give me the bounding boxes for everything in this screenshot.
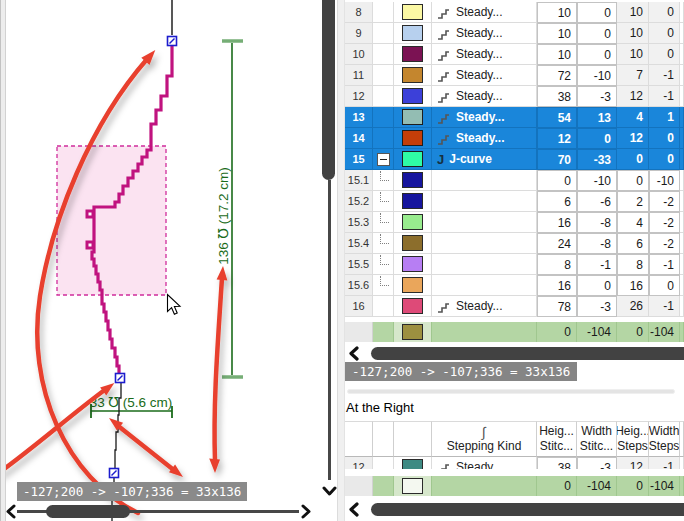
scroll-right-arrow-icon[interactable] <box>299 504 313 519</box>
width-steps-cell[interactable]: -2 <box>649 212 680 233</box>
stepping-kind-cell[interactable]: Steady... <box>432 23 537 44</box>
height-steps-cell[interactable]: 10 <box>617 2 649 23</box>
table-row[interactable]: 15.6160160 <box>345 275 684 296</box>
table-row[interactable]: 12Steady...38-312-1 <box>345 86 684 107</box>
color-cell[interactable] <box>394 65 432 86</box>
shape-canvas[interactable]: 136 ℧ (17.2 cm) 33 ℧ (5.6 cm) <box>0 0 337 521</box>
scroll-left-arrow-icon[interactable] <box>347 502 361 517</box>
header-width-stitches[interactable]: WidthStitc... <box>577 421 617 457</box>
header-height-steps[interactable]: Heig...Steps <box>617 421 649 457</box>
table-horizontal-scrollbar[interactable] <box>345 346 684 362</box>
header-swatch[interactable] <box>394 421 432 457</box>
width-stitches-cell[interactable]: -6 <box>577 191 617 212</box>
height-steps-cell[interactable]: 4 <box>617 212 649 233</box>
color-cell[interactable] <box>394 128 432 149</box>
height-steps-cell[interactable]: 26 <box>617 296 649 317</box>
height-stitches-cell[interactable]: 10 <box>537 44 577 65</box>
width-steps-cell[interactable]: 0 <box>649 128 680 149</box>
table-row[interactable]: 15JJ-curve70-3300 <box>345 149 684 170</box>
width-steps-cell[interactable]: 1 <box>649 107 680 128</box>
width-steps-cell[interactable]: 0 <box>649 275 680 296</box>
height-stitches-cell[interactable]: 8 <box>537 254 577 275</box>
section-splitter-handle[interactable] <box>347 389 675 394</box>
table-row[interactable]: 16Steady...78-326-1 <box>345 296 684 317</box>
height-stitches-cell[interactable]: 72 <box>537 65 577 86</box>
stepping-kind-cell[interactable]: Steady... <box>432 44 537 65</box>
width-stitches-cell[interactable]: 0 <box>577 44 617 65</box>
stepping-kind-cell[interactable] <box>432 191 537 212</box>
height-stitches-cell[interactable]: 16 <box>537 275 577 296</box>
height-steps-cell[interactable]: 0 <box>617 149 649 170</box>
table-row[interactable]: 13Steady...541341 <box>345 107 684 128</box>
stepping-kind-cell[interactable]: Steady... <box>432 457 537 469</box>
table-row[interactable]: 12Steady...38-312-1 <box>345 457 684 469</box>
height-steps-cell[interactable]: 12 <box>617 457 649 469</box>
height-stitches-cell[interactable]: 70 <box>537 149 577 170</box>
stepping-kind-cell[interactable] <box>432 212 537 233</box>
width-stitches-cell[interactable]: 0 <box>577 128 617 149</box>
width-stitches-cell[interactable]: -8 <box>577 233 617 254</box>
height-stitches-cell[interactable]: 0 <box>537 170 577 191</box>
color-cell[interactable] <box>394 457 432 469</box>
height-stitches-cell[interactable]: 16 <box>537 212 577 233</box>
color-cell[interactable] <box>394 322 432 342</box>
height-stitches-cell[interactable]: 10 <box>537 2 577 23</box>
canvas-vertical-scrollbar[interactable] <box>321 0 337 521</box>
color-cell[interactable] <box>394 2 432 23</box>
stitch-table[interactable]: 8Steady...1001009Steady...10010010Steady… <box>345 2 684 317</box>
right-table-horizontal-scrollbar[interactable] <box>345 502 684 518</box>
header-stepping-kind[interactable]: ∫ Stepping Kind <box>432 421 537 457</box>
width-stitches-cell[interactable]: -10 <box>577 170 617 191</box>
stepping-kind-cell[interactable]: Steady... <box>432 65 537 86</box>
table-row[interactable]: 10Steady...100100 <box>345 44 684 65</box>
hscroll-thumb[interactable] <box>371 503 684 516</box>
canvas-horizontal-scrollbar[interactable] <box>2 503 320 520</box>
header-height-stitches[interactable]: Heig...Stitc... <box>537 421 577 457</box>
height-steps-cell[interactable]: 4 <box>617 107 649 128</box>
height-steps-cell[interactable]: 0 <box>617 170 649 191</box>
width-steps-cell[interactable]: 0 <box>649 23 680 44</box>
height-stitches-cell[interactable]: 38 <box>537 86 577 107</box>
color-cell[interactable] <box>394 191 432 212</box>
color-cell[interactable] <box>394 254 432 275</box>
width-stitches-cell[interactable]: -3 <box>577 296 617 317</box>
width-stitches-cell[interactable]: 0 <box>577 2 617 23</box>
scroll-left-arrow-icon[interactable] <box>4 504 18 519</box>
table-row[interactable]: 11Steady...72-107-1 <box>345 65 684 86</box>
width-stitches-cell[interactable]: -1 <box>577 254 617 275</box>
table-row[interactable]: 8Steady...100100 <box>345 2 684 23</box>
height-stitches-cell[interactable]: 24 <box>537 233 577 254</box>
width-steps-cell[interactable]: 0 <box>649 149 680 170</box>
table-row[interactable]: 14Steady...120120 <box>345 128 684 149</box>
table-row[interactable]: 15.10-100-10 <box>345 170 684 191</box>
width-stitches-cell[interactable]: 0 <box>577 275 617 296</box>
height-steps-cell[interactable]: 10 <box>617 44 649 65</box>
height-steps-cell[interactable]: 7 <box>617 65 649 86</box>
color-cell[interactable] <box>394 275 432 296</box>
vscroll-track[interactable] <box>328 180 331 480</box>
height-stitches-cell[interactable]: 10 <box>537 23 577 44</box>
width-steps-cell[interactable]: -1 <box>649 86 680 107</box>
height-steps-cell[interactable]: 12 <box>617 128 649 149</box>
width-steps-cell[interactable]: -1 <box>649 65 680 86</box>
stepping-kind-cell[interactable]: Steady... <box>432 296 537 317</box>
width-stitches-cell[interactable]: -3 <box>577 457 617 469</box>
color-cell[interactable] <box>394 86 432 107</box>
height-steps-cell[interactable]: 12 <box>617 86 649 107</box>
collapse-toggle-icon[interactable] <box>377 153 390 166</box>
width-stitches-cell[interactable]: 13 <box>577 107 617 128</box>
color-cell[interactable] <box>394 149 432 170</box>
width-steps-cell[interactable]: 0 <box>649 44 680 65</box>
height-steps-cell[interactable]: 10 <box>617 23 649 44</box>
scroll-left-arrow-icon[interactable] <box>347 346 361 361</box>
color-cell[interactable] <box>394 170 432 191</box>
header-rownum[interactable] <box>345 421 373 457</box>
stepping-kind-cell[interactable]: Steady... <box>432 86 537 107</box>
width-stitches-cell[interactable]: -3 <box>577 86 617 107</box>
table-row[interactable]: 15.316-84-2 <box>345 212 684 233</box>
hscroll-thumb[interactable] <box>46 505 130 518</box>
selection-rectangle[interactable] <box>57 146 166 295</box>
panel-splitter[interactable] <box>337 0 345 521</box>
expand-cell[interactable] <box>373 149 394 170</box>
height-stitches-cell[interactable]: 54 <box>537 107 577 128</box>
